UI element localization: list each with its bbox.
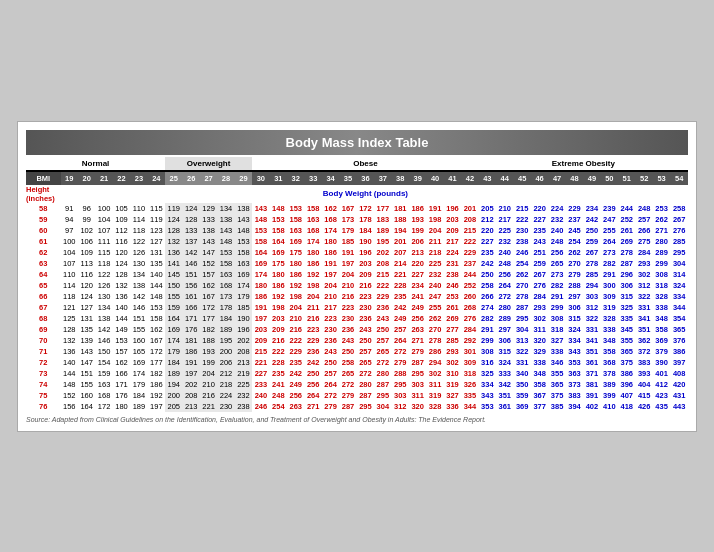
weight-cell: 233 [252, 379, 269, 390]
weight-cell: 287 [409, 357, 426, 368]
weight-cell: 144 [113, 313, 130, 324]
weight-cell: 186 [252, 291, 269, 302]
weight-cell: 324 [496, 357, 513, 368]
weight-cell: 186 [287, 269, 304, 280]
weight-cell: 217 [444, 236, 461, 247]
weight-cell: 198 [270, 302, 287, 313]
weight-cell: 195 [217, 335, 234, 346]
weight-cell: 245 [566, 225, 583, 236]
weight-cell: 218 [426, 247, 443, 258]
weight-cell: 315 [566, 313, 583, 324]
weight-cell: 227 [252, 368, 269, 379]
weight-cell: 229 [566, 203, 583, 214]
weight-cell: 328 [653, 291, 670, 302]
weight-cell: 154 [95, 357, 112, 368]
weight-cell: 358 [601, 346, 618, 357]
weight-cell: 310 [444, 368, 461, 379]
weight-cell: 253 [444, 291, 461, 302]
weight-cell: 341 [583, 335, 600, 346]
weight-cell: 262 [426, 313, 443, 324]
table-row: 6812513113814415115816417117718419019720… [26, 313, 688, 324]
weight-cell: 179 [165, 346, 182, 357]
weight-cell: 208 [374, 258, 391, 269]
weight-cell: 174 [235, 280, 252, 291]
weight-cell: 148 [252, 214, 269, 225]
weight-cell: 179 [235, 291, 252, 302]
weight-cell: 209 [270, 324, 287, 335]
weight-cell: 202 [182, 379, 199, 390]
weight-cell: 183 [374, 214, 391, 225]
weight-cell: 300 [601, 280, 618, 291]
weight-cell: 217 [496, 214, 513, 225]
bmi-data-body: 5891961001051101151191241291341381431481… [26, 203, 688, 412]
weight-cell: 242 [479, 258, 496, 269]
height-cell: 60 [26, 225, 61, 236]
weight-cell: 275 [635, 236, 652, 247]
weight-cell: 188 [200, 335, 217, 346]
weight-cell: 331 [635, 302, 652, 313]
weight-cell: 295 [670, 247, 688, 258]
weight-cell: 381 [583, 379, 600, 390]
weight-cell: 167 [200, 291, 217, 302]
weight-cell: 177 [200, 313, 217, 324]
weight-cell: 286 [426, 346, 443, 357]
table-row: 6712112713414014615315916617217818519119… [26, 302, 688, 313]
weight-cell: 423 [653, 390, 670, 401]
weight-cell: 295 [409, 368, 426, 379]
weight-cell: 163 [287, 225, 304, 236]
weight-cell: 237 [461, 258, 478, 269]
weight-cell: 404 [635, 379, 652, 390]
weight-cell: 325 [479, 368, 496, 379]
weight-cell: 197 [182, 368, 199, 379]
weight-cell: 338 [653, 302, 670, 313]
weight-cell: 118 [95, 258, 112, 269]
weight-cell: 112 [113, 225, 130, 236]
weight-cell: 159 [95, 368, 112, 379]
height-cell: 63 [26, 258, 61, 269]
weight-cell: 209 [357, 269, 374, 280]
weight-cell: 238 [444, 269, 461, 280]
weight-cell: 122 [95, 269, 112, 280]
weight-cell: 133 [182, 225, 199, 236]
weight-cell: 335 [618, 313, 635, 324]
weight-cell: 272 [357, 368, 374, 379]
weight-cell: 368 [601, 357, 618, 368]
weight-cell: 284 [531, 291, 548, 302]
weight-cell: 265 [357, 357, 374, 368]
weight-cell: 116 [113, 236, 130, 247]
weight-cell: 294 [426, 357, 443, 368]
weight-cell: 230 [322, 324, 339, 335]
weight-cell: 216 [270, 335, 287, 346]
weight-cell: 180 [270, 269, 287, 280]
weight-cell: 229 [304, 335, 321, 346]
weight-cell: 312 [583, 302, 600, 313]
weight-cell: 165 [130, 346, 147, 357]
weight-cell: 114 [130, 214, 147, 225]
weight-cell: 343 [479, 390, 496, 401]
weight-cell: 287 [357, 390, 374, 401]
weight-cell: 299 [548, 302, 565, 313]
weight-cell: 208 [235, 346, 252, 357]
weight-cell: 308 [479, 346, 496, 357]
weight-cell: 106 [78, 236, 95, 247]
weight-cell: 173 [217, 291, 234, 302]
weight-cell: 224 [548, 203, 565, 214]
weight-label: Body Weight (pounds) [61, 185, 671, 203]
weight-cell: 201 [461, 203, 478, 214]
weight-cell: 291 [601, 269, 618, 280]
weight-cell: 180 [252, 280, 269, 291]
weight-cell: 164 [78, 401, 95, 412]
weight-cell: 203 [270, 313, 287, 324]
weight-cell: 394 [566, 401, 583, 412]
weight-cell: 280 [496, 302, 513, 313]
weight-cell: 386 [670, 346, 688, 357]
weight-cell: 222 [374, 280, 391, 291]
weight-cell: 302 [635, 269, 652, 280]
height-cell: 70 [26, 335, 61, 346]
weight-cell: 191 [339, 247, 356, 258]
weight-cell: 293 [531, 302, 548, 313]
weight-cell: 236 [339, 324, 356, 335]
weight-cell: 222 [514, 214, 531, 225]
weight-cell: 220 [479, 225, 496, 236]
weight-cell: 168 [217, 280, 234, 291]
